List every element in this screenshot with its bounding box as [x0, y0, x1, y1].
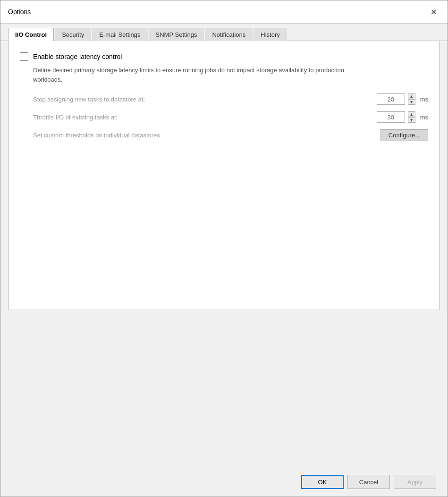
throttle-spinner-wrapper: ▲ ▼ ms — [377, 111, 428, 123]
tab-io-control[interactable]: I/O Control — [8, 28, 54, 41]
enable-label: Enable storage latency control — [33, 53, 122, 60]
title-bar: Options ✕ — [0, 0, 448, 24]
tab-security[interactable]: Security — [55, 28, 91, 41]
stop-spinner-buttons: ▲ ▼ — [408, 93, 415, 105]
close-button[interactable]: ✕ — [427, 5, 440, 18]
content-panel: Enable storage latency control Define de… — [8, 41, 440, 310]
throttle-spinner-buttons: ▲ ▼ — [408, 111, 415, 123]
stop-decrement-button[interactable]: ▼ — [408, 99, 415, 105]
enable-checkbox[interactable] — [20, 52, 28, 61]
stop-label: Stop assigning new tasks to datastore at… — [33, 96, 377, 103]
enable-row: Enable storage latency control — [20, 52, 428, 61]
throttle-label: Throttle I/O of existing tasks at: — [33, 114, 377, 121]
tab-bar: I/O Control Security E-mail Settings SNM… — [0, 24, 448, 41]
configure-button[interactable]: Configure... — [380, 129, 428, 141]
apply-button[interactable]: Apply — [394, 475, 436, 489]
stop-value-input[interactable] — [377, 93, 405, 105]
stop-spinner-wrapper: ▲ ▼ ms — [377, 93, 428, 105]
throttle-increment-button[interactable]: ▲ — [408, 111, 415, 117]
up-arrow-icon: ▲ — [409, 112, 414, 117]
description-text: Define desired primary storage latency l… — [33, 66, 373, 84]
cancel-button[interactable]: Cancel — [347, 475, 390, 489]
tab-notifications[interactable]: Notifications — [205, 28, 253, 41]
close-icon: ✕ — [431, 8, 437, 17]
up-arrow-icon: ▲ — [409, 94, 414, 99]
configure-row: Set custom thresholds on individual data… — [33, 129, 428, 141]
throttle-decrement-button[interactable]: ▼ — [408, 117, 415, 123]
stop-increment-button[interactable]: ▲ — [408, 93, 415, 99]
throttle-value-input[interactable] — [377, 111, 405, 123]
configure-label: Set custom thresholds on individual data… — [33, 132, 380, 139]
options-dialog: Options ✕ I/O Control Security E-mail Se… — [0, 0, 448, 497]
window-title: Options — [8, 8, 31, 16]
stop-unit-label: ms — [420, 96, 428, 103]
down-arrow-icon: ▼ — [409, 100, 414, 104]
stop-assigning-row: Stop assigning new tasks to datastore at… — [33, 93, 428, 105]
throttle-row: Throttle I/O of existing tasks at: ▲ ▼ m… — [33, 111, 428, 123]
tab-snmp-settings[interactable]: SNMP Settings — [149, 28, 204, 41]
throttle-unit-label: ms — [420, 114, 428, 121]
ok-button[interactable]: OK — [301, 475, 344, 489]
footer: OK Cancel Apply — [0, 467, 448, 497]
down-arrow-icon: ▼ — [409, 118, 414, 122]
tab-history[interactable]: History — [254, 28, 287, 41]
tab-email-settings[interactable]: E-mail Settings — [92, 28, 147, 41]
